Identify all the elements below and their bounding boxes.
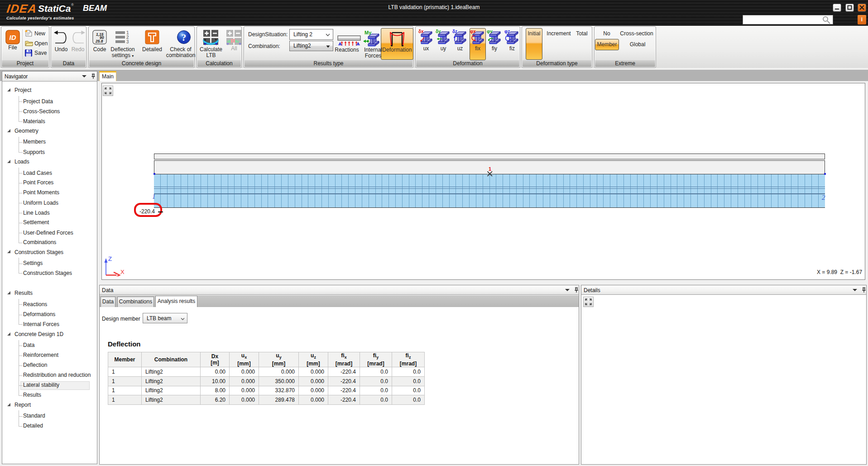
svg-text:25.8: 25.8 — [95, 39, 103, 43]
svg-text:?: ? — [182, 32, 187, 43]
svg-text:Z: Z — [108, 255, 112, 262]
svg-text:ID: ID — [10, 34, 16, 41]
svg-text:3: 3 — [126, 39, 129, 44]
svg-text:X: X — [120, 269, 125, 275]
